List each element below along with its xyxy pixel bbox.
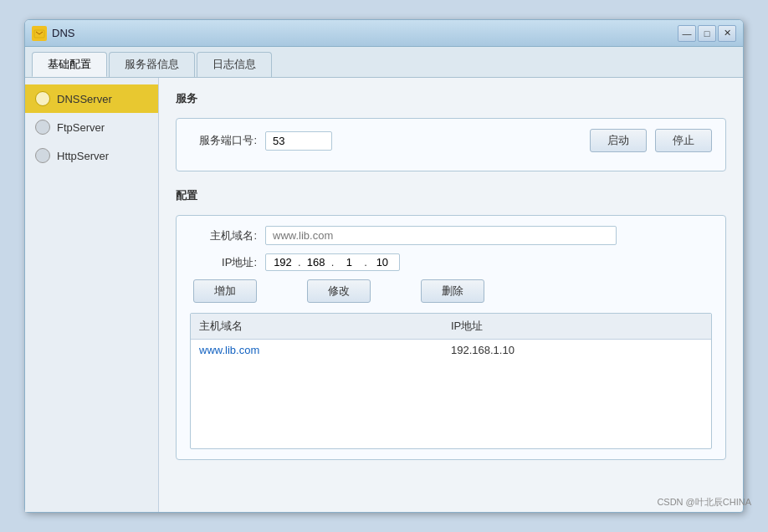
tab-server-info[interactable]: 服务器信息 (109, 52, 195, 77)
config-section-title: 配置 (176, 188, 726, 207)
tab-basic-config[interactable]: 基础配置 (32, 52, 107, 77)
dns-table-body: www.lib.com 192.168.1.10 (191, 340, 711, 448)
tab-bar: 基础配置 服务器信息 日志信息 (25, 47, 743, 78)
sidebar-item-httpserver[interactable]: HttpServer (25, 141, 158, 170)
title-bar: DNS — □ ✕ (25, 20, 743, 47)
minimize-button[interactable]: — (678, 25, 696, 42)
sidebar-item-label-dns: DNSServer (57, 93, 112, 105)
start-stop-buttons: 启动 停止 (340, 129, 712, 152)
sidebar-item-label-ftp: FtpServer (57, 121, 105, 134)
window-title: DNS (52, 27, 678, 39)
ip-dot2: . (331, 256, 335, 269)
main-panel: 服务 服务端口号: 启动 停止 配置 (159, 78, 743, 512)
port-row: 服务端口号: 启动 停止 (190, 129, 712, 152)
port-label: 服务端口号: (190, 133, 257, 148)
domain-label: 主机域名: (190, 228, 257, 243)
ip-dot3: . (364, 256, 367, 269)
table-row[interactable]: www.lib.com 192.168.1.10 (191, 340, 711, 361)
content-area: DNSServer FtpServer HttpServer 服务 服务端口号: (25, 78, 743, 512)
row-ip: 192.168.1.10 (451, 344, 515, 356)
header-domain: 主机域名 (199, 319, 451, 334)
config-section: 配置 主机域名: IP地址: . . (176, 188, 726, 460)
main-window: DNS — □ ✕ 基础配置 服务器信息 日志信息 DNSServer FtpS… (24, 19, 744, 513)
dnsserver-icon (35, 91, 50, 106)
ftpserver-icon (35, 120, 50, 135)
httpserver-icon (35, 148, 50, 163)
watermark: CSDN @叶北辰CHINA (657, 496, 751, 509)
ip-row: IP地址: . . . (190, 253, 712, 271)
close-button[interactable]: ✕ (718, 25, 736, 42)
ip-seg3[interactable] (335, 256, 362, 269)
ip-label: IP地址: (190, 255, 257, 270)
add-button[interactable]: 增加 (193, 279, 257, 303)
window-controls: — □ ✕ (678, 25, 736, 42)
service-section: 服务 服务端口号: 启动 停止 (176, 91, 726, 171)
start-button[interactable]: 启动 (590, 129, 647, 152)
ip-seg1[interactable] (269, 256, 296, 269)
row-domain: www.lib.com (199, 344, 451, 356)
ip-seg2[interactable] (303, 256, 330, 269)
ip-dot1: . (298, 256, 301, 269)
modify-button[interactable]: 修改 (307, 279, 371, 303)
dns-table: 主机域名 IP地址 www.lib.com 192.168.1.10 (190, 313, 712, 449)
delete-button[interactable]: 删除 (421, 279, 484, 303)
sidebar: DNSServer FtpServer HttpServer (25, 78, 159, 512)
domain-row: 主机域名: (190, 226, 712, 245)
header-ip: IP地址 (451, 319, 483, 334)
service-section-border: 服务端口号: 启动 停止 (176, 118, 726, 171)
domain-input[interactable] (265, 226, 617, 245)
dns-table-header: 主机域名 IP地址 (191, 314, 711, 340)
ip-input-group: . . . (265, 253, 400, 271)
sidebar-item-dnsserver[interactable]: DNSServer (25, 84, 158, 113)
sidebar-item-label-http: HttpServer (57, 150, 109, 162)
action-buttons: 增加 修改 删除 (193, 279, 712, 303)
config-section-border: 主机域名: IP地址: . . . (176, 215, 726, 460)
service-section-title: 服务 (176, 91, 726, 110)
sidebar-item-ftpserver[interactable]: FtpServer (25, 113, 158, 141)
maximize-button[interactable]: □ (698, 25, 716, 42)
port-input[interactable] (265, 131, 332, 151)
tab-log-info[interactable]: 日志信息 (197, 52, 272, 77)
ip-seg4[interactable] (369, 256, 396, 269)
app-icon (32, 26, 47, 41)
stop-button[interactable]: 停止 (655, 129, 712, 152)
